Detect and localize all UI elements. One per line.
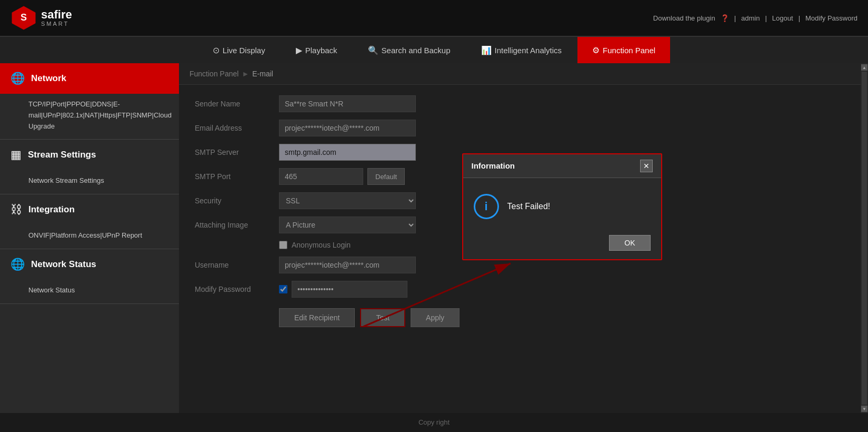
stream-icon: ▦: [11, 148, 22, 162]
logo-sub: SMART: [41, 21, 72, 27]
nav-intelligent-analytics-label: Intelligent Analytics: [495, 46, 562, 55]
main-panel: Function Panel ► E-mail Sender Name Emai…: [179, 63, 861, 413]
footer-text: Copy right: [418, 418, 450, 426]
svg-text:S: S: [21, 12, 27, 23]
sidebar-stream-sub: Network Stream Settings: [0, 170, 179, 194]
nav-search-backup-label: Search and Backup: [382, 46, 451, 55]
scroll-up-btn[interactable]: ▲: [861, 64, 867, 71]
nav-playback[interactable]: ▶ Playback: [281, 37, 352, 63]
sidebar-section-network-status: 🌐 Network Status Network Status: [0, 249, 179, 304]
sidebar-header-network-status[interactable]: 🌐 Network Status: [0, 249, 179, 280]
sidebar-stream-title: Stream Settings: [28, 150, 96, 160]
body-area: 🌐 Network TCP/IP|Port|PPPOE|DDNS|E-mail|…: [0, 63, 868, 413]
intelligent-analytics-icon: 📊: [481, 45, 492, 55]
header: S safire SMART Download the plugin ❓ | a…: [0, 0, 868, 37]
nav-live-display-label: Live Display: [223, 46, 265, 55]
admin-label: admin: [741, 14, 760, 22]
download-plugin-link[interactable]: Download the plugin: [653, 14, 715, 22]
sidebar-network-sub: TCP/IP|Port|PPPOE|DDNS|E-mail|UPnP|802.1…: [0, 94, 179, 139]
dialog-ok-button[interactable]: OK: [609, 235, 650, 251]
sidebar-section-integration: ⛓ Integration ONVIF|Platform Access|UPnP…: [0, 194, 179, 249]
scroll-track: [862, 72, 867, 405]
nav-bar: ⊙ Live Display ▶ Playback 🔍 Search and B…: [0, 37, 868, 63]
sidebar-header-stream[interactable]: ▦ Stream Settings: [0, 140, 179, 170]
sidebar-section-stream: ▦ Stream Settings Network Stream Setting…: [0, 140, 179, 194]
nav-function-panel[interactable]: ⚙ Function Panel: [577, 37, 670, 63]
logo-brand: safire: [41, 9, 72, 21]
dialog-message: Test Failed!: [507, 202, 551, 211]
header-right: Download the plugin ❓ | admin | Logout |…: [653, 14, 857, 22]
search-backup-icon: 🔍: [368, 45, 378, 55]
network-status-icon: 🌐: [11, 258, 25, 271]
nav-intelligent-analytics[interactable]: 📊 Intelligent Analytics: [466, 37, 577, 63]
playback-icon: ▶: [296, 45, 302, 55]
sidebar-network-status-title: Network Status: [31, 259, 96, 270]
logout-link[interactable]: Logout: [772, 14, 793, 22]
sidebar-integration-title: Integration: [28, 204, 75, 215]
sidebar-header-network[interactable]: 🌐 Network: [0, 63, 179, 94]
scrollbar[interactable]: ▲ ▼: [861, 63, 868, 413]
nav-function-panel-label: Function Panel: [603, 46, 655, 55]
sidebar-network-status-sub: Network Status: [0, 280, 179, 303]
nav-live-display[interactable]: ⊙ Live Display: [198, 37, 280, 63]
dialog-overlay: Information ✕ i Test Failed! OK: [179, 63, 861, 413]
information-dialog: Information ✕ i Test Failed! OK: [462, 153, 662, 260]
scroll-down-btn[interactable]: ▼: [861, 406, 867, 412]
dialog-title: Information: [472, 161, 515, 170]
sidebar-network-title: Network: [31, 73, 66, 84]
integration-icon: ⛓: [11, 203, 22, 217]
logo-area: S safire SMART: [11, 5, 72, 31]
help-icon[interactable]: ❓: [721, 14, 729, 22]
dialog-body: i Test Failed!: [463, 178, 661, 230]
sidebar-integration-sub: ONVIF|Platform Access|UPnP Report: [0, 225, 179, 249]
sidebar-section-network: 🌐 Network TCP/IP|Port|PPPOE|DDNS|E-mail|…: [0, 63, 179, 140]
network-icon: 🌐: [11, 72, 25, 85]
dialog-header: Information ✕: [463, 154, 661, 178]
modify-password-link[interactable]: Modify Password: [805, 14, 857, 22]
sidebar: 🌐 Network TCP/IP|Port|PPPOE|DDNS|E-mail|…: [0, 63, 179, 413]
live-display-icon: ⊙: [213, 45, 220, 55]
nav-playback-label: Playback: [305, 46, 337, 55]
footer: Copy right: [0, 413, 868, 432]
function-panel-icon: ⚙: [592, 45, 600, 55]
nav-search-backup[interactable]: 🔍 Search and Backup: [353, 37, 465, 63]
dialog-info-icon: i: [474, 194, 499, 219]
logo-icon: S: [11, 5, 37, 31]
dialog-close-button[interactable]: ✕: [640, 160, 653, 172]
sidebar-header-integration[interactable]: ⛓ Integration: [0, 194, 179, 225]
dialog-footer: OK: [463, 230, 661, 259]
